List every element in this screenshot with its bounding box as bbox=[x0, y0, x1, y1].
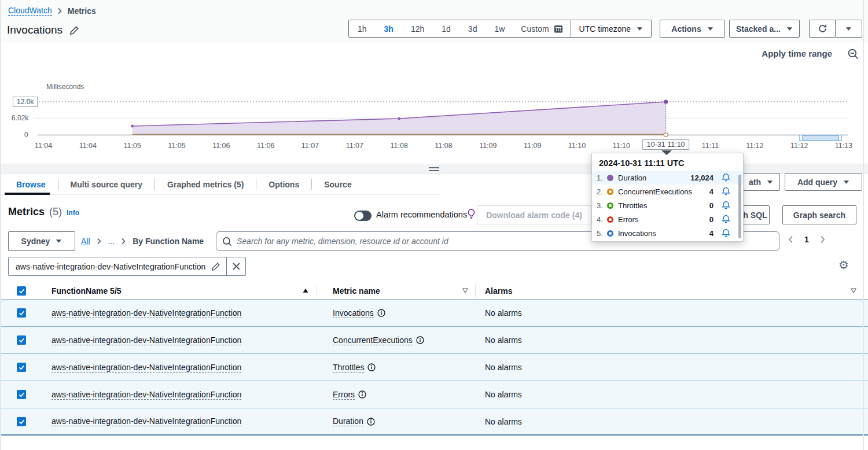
table-body: aws-native-integration-dev-NativeIntegra… bbox=[0, 300, 868, 436]
sort-none-icon[interactable] bbox=[851, 288, 856, 293]
resize-handle-icon[interactable] bbox=[429, 167, 439, 171]
metric-name-link[interactable]: Invocations bbox=[333, 308, 374, 318]
function-name-link[interactable]: aws-native-integration-dev-NativeIntegra… bbox=[52, 363, 241, 372]
table-row[interactable]: aws-native-integration-dev-NativeIntegra… bbox=[0, 300, 868, 327]
tooltip-row-index: 5. bbox=[597, 229, 607, 238]
region-dropdown[interactable]: Sydney bbox=[8, 231, 75, 251]
tooltip-row-index: 2. bbox=[597, 187, 607, 196]
lightbulb-icon[interactable] bbox=[466, 209, 476, 220]
table-row[interactable]: aws-native-integration-dev-NativeIntegra… bbox=[0, 327, 868, 354]
graph-search-button[interactable]: Graph search bbox=[782, 205, 856, 224]
tab-multi-source-query[interactable]: Multi source query bbox=[58, 174, 155, 194]
metric-name-cell: Throttles bbox=[317, 363, 476, 372]
tooltip-row-duration[interactable]: 1.Duration12,024 bbox=[592, 171, 743, 185]
download-alarm-code-button[interactable]: Download alarm code (4) bbox=[477, 205, 591, 224]
graph-with-sql-button[interactable]: h SQL bbox=[741, 205, 770, 224]
tooltip-row-invocations[interactable]: 5.Invocations4 bbox=[592, 226, 743, 240]
alarm-recommendations-toggle[interactable] bbox=[354, 211, 372, 221]
alarms-status: No alarms bbox=[485, 363, 522, 372]
add-query-label: Add query bbox=[797, 178, 837, 187]
series-ring-icon bbox=[607, 189, 613, 195]
tooltip-series-value: 12,024 bbox=[690, 174, 713, 182]
info-icon[interactable] bbox=[377, 309, 385, 317]
info-icon[interactable] bbox=[358, 390, 366, 399]
previous-page-icon[interactable] bbox=[787, 234, 795, 245]
series-ring-icon bbox=[607, 216, 613, 223]
metric-name-wrap: Invocations bbox=[333, 308, 385, 318]
metric-name-link[interactable]: Duration bbox=[333, 416, 363, 426]
function-name-link[interactable]: aws-native-integration-dev-NativeIntegra… bbox=[52, 390, 241, 400]
series-dot-icon bbox=[607, 175, 613, 181]
next-page-icon[interactable] bbox=[819, 234, 826, 245]
bell-icon[interactable] bbox=[722, 173, 730, 182]
tooltip-series-value: 4 bbox=[709, 187, 713, 196]
metric-name-link[interactable]: Throttles bbox=[333, 363, 364, 372]
brush-handle-left[interactable] bbox=[800, 135, 803, 141]
info-link[interactable]: Info bbox=[67, 209, 79, 217]
bell-icon[interactable] bbox=[722, 201, 730, 210]
info-icon[interactable] bbox=[367, 418, 375, 426]
info-icon[interactable] bbox=[367, 363, 376, 371]
add-math-dropdown[interactable]: ath bbox=[742, 173, 780, 191]
gear-icon[interactable]: ⚙ bbox=[838, 259, 849, 271]
column-header-metric-name[interactable]: Metric name bbox=[333, 286, 380, 296]
column-header-functionname[interactable]: FunctionName 5/5 bbox=[52, 286, 122, 296]
tooltip-series-value: 0 bbox=[709, 201, 713, 210]
metrics-count: (5) bbox=[49, 206, 62, 218]
crumb-all-link[interactable]: All bbox=[81, 237, 90, 246]
series-ring-icon bbox=[607, 202, 613, 209]
row-checkbox[interactable] bbox=[17, 390, 26, 399]
breadcrumb-chevron-icon bbox=[121, 238, 126, 245]
data-point-0[interactable] bbox=[131, 125, 134, 128]
function-name-link[interactable]: aws-native-integration-dev-NativeIntegra… bbox=[52, 308, 241, 318]
function-name-cell: aws-native-integration-dev-NativeIntegra… bbox=[52, 363, 317, 372]
metric-name-link[interactable]: ConcurrentExecutions bbox=[333, 335, 413, 345]
x-tick-15: 11:11 bbox=[702, 142, 719, 150]
search-icon bbox=[222, 237, 232, 246]
x-tick-16: 11:12 bbox=[746, 142, 763, 150]
alarms-status: No alarms bbox=[485, 308, 522, 318]
x-tick-6: 11:07 bbox=[301, 142, 319, 150]
table-row[interactable]: aws-native-integration-dev-NativeIntegra… bbox=[0, 354, 868, 381]
column-header-alarms[interactable]: Alarms bbox=[485, 286, 512, 296]
tooltip-row-errors[interactable]: 4.Errors0 bbox=[592, 212, 743, 226]
tab-browse[interactable]: Browse bbox=[16, 174, 58, 194]
function-name-link[interactable]: aws-native-integration-dev-NativeIntegra… bbox=[52, 416, 241, 426]
remove-filter-close-icon[interactable] bbox=[226, 257, 245, 275]
tab-graphed-metrics-5-[interactable]: Graphed metrics (5) bbox=[155, 174, 256, 194]
tab-source[interactable]: Source bbox=[312, 174, 363, 194]
select-all-checkbox[interactable] bbox=[17, 286, 26, 296]
data-point-1[interactable] bbox=[398, 117, 400, 120]
x-tick-2: 11:05 bbox=[123, 142, 141, 150]
current-page-number[interactable]: 1 bbox=[804, 235, 809, 244]
timeline-brush[interactable] bbox=[800, 135, 841, 141]
tooltip-row-index: 1. bbox=[597, 174, 607, 182]
sort-ascending-icon[interactable] bbox=[303, 288, 308, 293]
tooltip-scrollbar[interactable] bbox=[738, 175, 741, 238]
brush-handle-right[interactable] bbox=[838, 135, 841, 141]
tooltip-row-concurrentexecutions[interactable]: 2.ConcurrentExecutions4 bbox=[592, 185, 743, 198]
table-row[interactable]: aws-native-integration-dev-NativeIntegra… bbox=[0, 408, 868, 436]
bell-icon[interactable] bbox=[722, 228, 730, 238]
row-checkbox[interactable] bbox=[17, 363, 26, 372]
crumb-ellipsis-link[interactable]: ... bbox=[108, 237, 115, 246]
row-checkbox[interactable] bbox=[17, 335, 26, 345]
metrics-chart[interactable] bbox=[0, 0, 868, 156]
bell-icon[interactable] bbox=[722, 215, 730, 224]
row-checkbox[interactable] bbox=[17, 417, 26, 426]
pagination: 1 bbox=[787, 234, 826, 245]
add-query-dropdown[interactable]: Add query bbox=[785, 173, 862, 191]
x-tick-12: 11:10 bbox=[568, 142, 586, 150]
table-row[interactable]: aws-native-integration-dev-NativeIntegra… bbox=[0, 381, 868, 408]
x-tick-14: 10-31 11:10 bbox=[642, 139, 690, 150]
function-name-link[interactable]: aws-native-integration-dev-NativeIntegra… bbox=[52, 335, 241, 345]
info-icon[interactable] bbox=[416, 336, 424, 344]
sort-none-icon[interactable] bbox=[462, 288, 468, 293]
metric-name-link[interactable]: Errors bbox=[333, 390, 355, 400]
bell-icon[interactable] bbox=[722, 187, 730, 196]
filter-chip-label: aws-native-integration-dev-NativeIntegra… bbox=[9, 262, 211, 271]
edit-filter-pencil-icon[interactable] bbox=[211, 262, 226, 271]
tab-options[interactable]: Options bbox=[256, 174, 311, 194]
tooltip-row-throttles[interactable]: 3.Throttles0 bbox=[592, 198, 743, 212]
row-checkbox[interactable] bbox=[17, 308, 26, 318]
